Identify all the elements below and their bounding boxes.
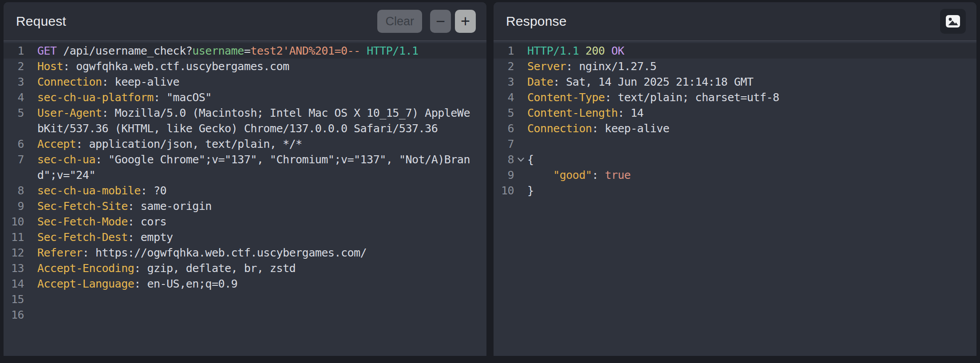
code-text: Connection: keep-alive — [527, 121, 976, 136]
line-number: 13 — [4, 260, 24, 276]
code-row: bKit/537.36 (KHTML, like Gecko) Chrome/1… — [4, 121, 486, 136]
code-text: { — [527, 152, 976, 167]
line-number: 1 — [494, 43, 514, 59]
line-number: 3 — [494, 74, 514, 90]
line-number: 2 — [494, 59, 514, 74]
code-text: bKit/537.36 (KHTML, like Gecko) Chrome/1… — [37, 121, 486, 136]
code-row: 1GET /api/username_check?username=test2'… — [4, 43, 486, 59]
fold-gutter — [24, 229, 37, 245]
line-number: 9 — [4, 198, 24, 214]
request-editor[interactable]: 1GET /api/username_check?username=test2'… — [4, 41, 486, 353]
code-row: 9 "good": true — [494, 167, 976, 183]
http-repeater-view: Request Clear − + 1GET /api/username_che… — [0, 0, 980, 363]
fold-gutter — [24, 105, 37, 121]
line-number: 3 — [4, 74, 24, 90]
fold-gutter — [24, 245, 37, 260]
line-number: 7 — [494, 136, 514, 152]
code-text: Connection: keep-alive — [37, 74, 486, 90]
response-panel: Response 1HTTP/1.1 200 OK2Server: nginx/… — [494, 2, 976, 356]
fold-chevron-icon[interactable] — [514, 152, 527, 167]
fold-gutter — [24, 121, 37, 136]
fold-gutter — [514, 121, 527, 136]
line-number: 16 — [4, 307, 24, 323]
code-text: Content-Type: text/plain; charset=utf-8 — [527, 90, 976, 105]
line-number: 8 — [494, 152, 514, 167]
code-row: 7 — [494, 136, 976, 152]
code-row: 8sec-ch-ua-mobile: ?0 — [4, 183, 486, 198]
code-row: 4Content-Type: text/plain; charset=utf-8 — [494, 90, 976, 105]
line-number: 2 — [4, 59, 24, 74]
line-number: 4 — [494, 90, 514, 105]
decrease-font-button[interactable]: − — [430, 10, 451, 33]
fold-gutter — [24, 152, 37, 167]
line-number: 9 — [494, 167, 514, 183]
request-header: Request Clear − + — [4, 2, 486, 41]
code-text: } — [527, 183, 976, 198]
code-row: 3Connection: keep-alive — [4, 74, 486, 90]
fold-gutter — [24, 260, 37, 276]
fold-gutter — [24, 74, 37, 90]
code-text: Sec-Fetch-Site: same-origin — [37, 198, 486, 214]
fold-gutter — [24, 214, 37, 229]
fold-gutter — [24, 307, 37, 323]
fold-gutter — [24, 136, 37, 152]
fold-gutter — [24, 43, 37, 59]
code-text: Server: nginx/1.27.5 — [527, 59, 976, 74]
line-number: 5 — [4, 105, 24, 121]
line-number: 1 — [4, 43, 24, 59]
code-text: Date: Sat, 14 Jun 2025 21:14:18 GMT — [527, 74, 976, 90]
fold-gutter — [514, 167, 527, 183]
code-text: Host: ogwfqhka.web.ctf.uscybergames.com — [37, 59, 486, 74]
code-row: 9Sec-Fetch-Site: same-origin — [4, 198, 486, 214]
render-image-button[interactable] — [940, 9, 966, 34]
code-text: Referer: https://ogwfqhka.web.ctf.uscybe… — [37, 245, 486, 260]
line-number: 8 — [4, 183, 24, 198]
code-row: d";v="24" — [4, 167, 486, 183]
fold-gutter — [514, 105, 527, 121]
code-text: User-Agent: Mozilla/5.0 (Macintosh; Inte… — [37, 105, 486, 121]
code-text: d";v="24" — [37, 167, 486, 183]
code-row: 2Server: nginx/1.27.5 — [494, 59, 976, 74]
response-toolbar — [940, 9, 966, 34]
request-panel: Request Clear − + 1GET /api/username_che… — [4, 2, 486, 356]
code-text: Sec-Fetch-Mode: cors — [37, 214, 486, 229]
code-row: 1HTTP/1.1 200 OK — [494, 43, 976, 59]
code-text: Accept: application/json, text/plain, */… — [37, 136, 486, 152]
code-text: Sec-Fetch-Dest: empty — [37, 229, 486, 245]
code-row: 14Accept-Language: en-US,en;q=0.9 — [4, 276, 486, 292]
code-row: 12Referer: https://ogwfqhka.web.ctf.uscy… — [4, 245, 486, 260]
code-row: 11Sec-Fetch-Dest: empty — [4, 229, 486, 245]
line-number: 10 — [494, 183, 514, 198]
code-row: 2Host: ogwfqhka.web.ctf.uscybergames.com — [4, 59, 486, 74]
line-number: 14 — [4, 276, 24, 292]
request-title: Request — [16, 14, 66, 29]
code-text: sec-ch-ua-mobile: ?0 — [37, 183, 486, 198]
code-row: 8{ — [494, 152, 976, 167]
fold-gutter — [24, 292, 37, 307]
code-row: 10} — [494, 183, 976, 198]
fold-gutter — [514, 59, 527, 74]
image-icon — [945, 14, 960, 28]
clear-button[interactable]: Clear — [377, 10, 422, 33]
code-row: 16 — [4, 307, 486, 323]
code-row: 3Date: Sat, 14 Jun 2025 21:14:18 GMT — [494, 74, 976, 90]
line-number: 15 — [4, 292, 24, 307]
fold-gutter — [514, 136, 527, 152]
line-number: 4 — [4, 90, 24, 105]
code-row: 5Content-Length: 14 — [494, 105, 976, 121]
code-text: Accept-Language: en-US,en;q=0.9 — [37, 276, 486, 292]
code-text: sec-ch-ua: "Google Chrome";v="137", "Chr… — [37, 152, 486, 167]
code-row: 6Connection: keep-alive — [494, 121, 976, 136]
line-number: 6 — [494, 121, 514, 136]
fold-gutter — [514, 90, 527, 105]
line-number: 12 — [4, 245, 24, 260]
fold-gutter — [24, 59, 37, 74]
increase-font-button[interactable]: + — [455, 10, 476, 33]
fold-gutter — [24, 198, 37, 214]
fold-gutter — [24, 276, 37, 292]
response-editor[interactable]: 1HTTP/1.1 200 OK2Server: nginx/1.27.53Da… — [494, 41, 976, 353]
line-number: 5 — [494, 105, 514, 121]
code-row: 7sec-ch-ua: "Google Chrome";v="137", "Ch… — [4, 152, 486, 167]
line-number: 6 — [4, 136, 24, 152]
fold-gutter — [514, 43, 527, 59]
